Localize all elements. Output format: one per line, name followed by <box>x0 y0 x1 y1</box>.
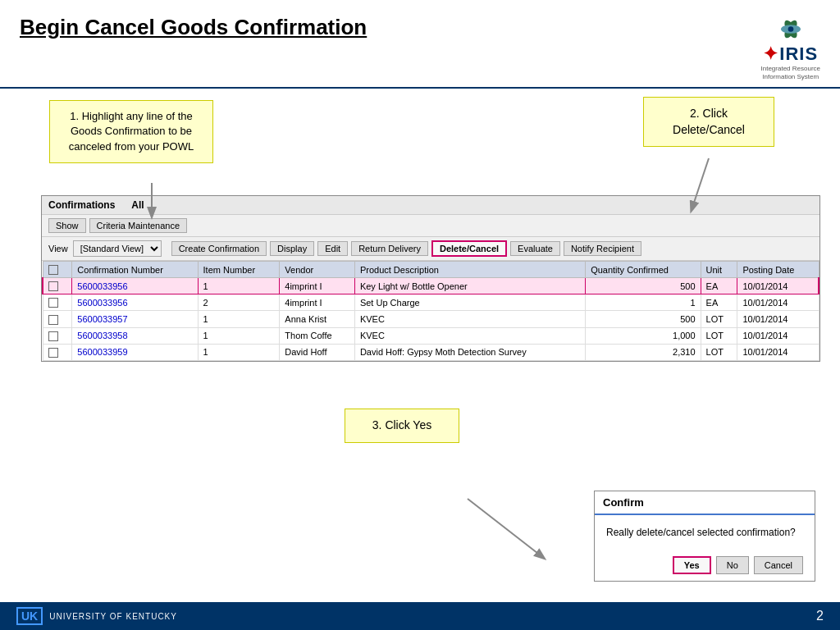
row-conf-1: 5600033956 <box>72 294 198 311</box>
evaluate-button[interactable]: Evaluate <box>510 241 560 256</box>
row-desc-3: KVEC <box>354 327 585 344</box>
row-checkbox-0[interactable] <box>43 278 72 294</box>
grid-header-tab: All <box>131 199 144 211</box>
table-row[interactable]: 5600033957 1 Anna Krist KVEC 500 LOT 10/… <box>43 311 819 327</box>
logo-subtitle: Integrated Resource Information System <box>761 65 821 80</box>
row-qty-1: 1 <box>586 294 701 311</box>
row-item-0: 1 <box>198 278 280 294</box>
display-button[interactable]: Display <box>270 241 314 256</box>
header-checkbox-icon <box>48 265 58 275</box>
edit-button[interactable]: Edit <box>317 241 348 256</box>
row-vendor-2: Anna Krist <box>280 311 355 327</box>
header: Begin Cancel Goods Confirmation ✦ IRIS I… <box>0 0 840 89</box>
col-checkbox <box>43 262 72 278</box>
page-title: Begin Cancel Goods Confirmation <box>20 15 367 40</box>
footer: UK UNIVERSITY OF KENTUCKY 2 <box>0 602 840 630</box>
footer-left: UK UNIVERSITY OF KENTUCKY <box>16 607 177 625</box>
grid-actions: View [Standard View] Create Confirmation… <box>42 237 819 261</box>
table-row[interactable]: 5600033956 2 4imprint I Set Up Charge 1 … <box>43 294 819 311</box>
view-label: View <box>48 244 68 253</box>
col-unit: Unit <box>701 262 737 278</box>
row-date-1: 10/01/2014 <box>737 294 819 311</box>
row-item-1: 2 <box>198 294 280 311</box>
confirm-title-bar: Confirm <box>595 491 815 515</box>
confirm-body: Really delete/cancel selected confirmati… <box>595 515 815 550</box>
row-checkbox-2[interactable] <box>43 311 72 327</box>
logo-area: ✦ IRIS Integrated Resource Information S… <box>761 15 821 80</box>
uk-logo: UK <box>16 607 43 625</box>
arrow-3-svg <box>459 491 566 573</box>
row-checkbox-4[interactable] <box>43 344 72 360</box>
row-checkbox-3[interactable] <box>43 327 72 344</box>
row-qty-3: 1,000 <box>586 327 701 344</box>
col-item-number: Item Number <box>198 262 280 278</box>
col-posting-date: Posting Date <box>737 262 819 278</box>
show-button[interactable]: Show <box>48 218 86 233</box>
callout-1: 1. Highlight any line of the Goods Confi… <box>49 100 213 163</box>
row-vendor-0: 4imprint I <box>280 278 355 294</box>
svg-point-3 <box>788 26 793 32</box>
callout-3: 3. Click Yes <box>345 409 459 443</box>
col-quantity-confirmed: Quantity Confirmed <box>586 262 701 278</box>
row-conf-3: 5600033958 <box>72 327 198 344</box>
row-unit-1: EA <box>701 294 737 311</box>
row-unit-0: EA <box>701 278 737 294</box>
data-table: Confirmation Number Item Number Vendor P… <box>42 261 819 361</box>
main-content: 1. Highlight any line of the Goods Confi… <box>0 89 840 630</box>
row-vendor-3: Thom Coffe <box>280 327 355 344</box>
grid-toolbar: Show Criteria Maintenance <box>42 215 819 237</box>
table-row[interactable]: 5600033956 1 4imprint I Key Light w/ Bot… <box>43 278 819 294</box>
row-desc-4: David Hoff: Gypsy Moth Detection Survey <box>354 344 585 360</box>
criteria-maintenance-button[interactable]: Criteria Maintenance <box>89 218 188 233</box>
row-item-3: 1 <box>198 327 280 344</box>
row-date-2: 10/01/2014 <box>737 311 819 327</box>
grid-header-bar: Confirmations All <box>42 196 819 215</box>
logo-text: IRIS <box>779 43 818 65</box>
col-confirmation-number: Confirmation Number <box>72 262 198 278</box>
create-confirmation-button[interactable]: Create Confirmation <box>171 241 267 256</box>
view-select[interactable]: [Standard View] <box>73 240 162 257</box>
confirm-dialog: Confirm Really delete/cancel selected co… <box>594 491 815 582</box>
row-conf-0: 5600033956 <box>72 278 198 294</box>
col-product-description: Product Description <box>354 262 585 278</box>
no-button[interactable]: No <box>716 556 749 574</box>
col-vendor: Vendor <box>280 262 355 278</box>
grid-header-label: Confirmations <box>48 199 115 211</box>
row-unit-3: LOT <box>701 327 737 344</box>
row-unit-2: LOT <box>701 311 737 327</box>
yes-button[interactable]: Yes <box>673 556 711 574</box>
callout-2: 2. Click Delete/Cancel <box>643 97 774 147</box>
confirm-buttons: Yes No Cancel <box>595 550 815 581</box>
row-qty-2: 500 <box>586 311 701 327</box>
row-desc-1: Set Up Charge <box>354 294 585 311</box>
row-qty-4: 2,310 <box>586 344 701 360</box>
table-row[interactable]: 5600033958 1 Thom Coffe KVEC 1,000 LOT 1… <box>43 327 819 344</box>
row-checkbox-1[interactable] <box>43 294 72 311</box>
delete-cancel-button[interactable]: Delete/Cancel <box>431 240 507 257</box>
row-unit-4: LOT <box>701 344 737 360</box>
page-number: 2 <box>816 609 824 623</box>
row-vendor-1: 4imprint I <box>280 294 355 311</box>
row-desc-2: KVEC <box>354 311 585 327</box>
row-date-0: 10/01/2014 <box>737 278 819 294</box>
row-conf-2: 5600033957 <box>72 311 198 327</box>
notify-recipient-button[interactable]: Notify Recipient <box>564 241 641 256</box>
row-date-3: 10/01/2014 <box>737 327 819 344</box>
return-delivery-button[interactable]: Return Delivery <box>351 241 428 256</box>
cancel-button[interactable]: Cancel <box>754 556 803 574</box>
row-desc-0: Key Light w/ Bottle Opener <box>354 278 585 294</box>
row-qty-0: 500 <box>586 278 701 294</box>
row-item-2: 1 <box>198 311 280 327</box>
row-conf-4: 5600033959 <box>72 344 198 360</box>
grid-container: Confirmations All Show Criteria Maintena… <box>41 195 820 362</box>
svg-line-9 <box>468 499 541 556</box>
university-name: UNIVERSITY OF KENTUCKY <box>49 612 177 621</box>
iris-logo-icon <box>774 15 807 43</box>
row-date-4: 10/01/2014 <box>737 344 819 360</box>
table-row[interactable]: 5600033959 1 David Hoff David Hoff: Gyps… <box>43 344 819 360</box>
row-item-4: 1 <box>198 344 280 360</box>
row-vendor-4: David Hoff <box>280 344 355 360</box>
